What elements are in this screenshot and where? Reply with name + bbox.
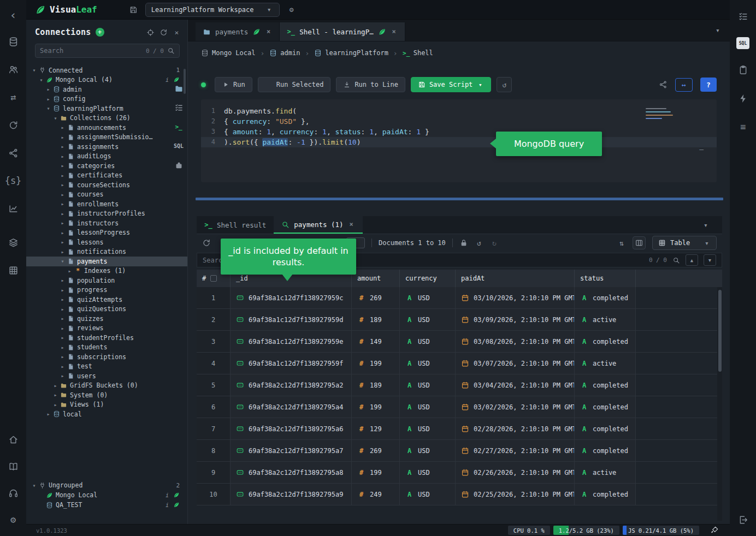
leaf-icon[interactable] bbox=[173, 492, 180, 498]
tree-item-local[interactable]: ▸local bbox=[26, 409, 187, 419]
view-mode-select[interactable]: Table ▾ bbox=[652, 236, 717, 250]
cell-amount[interactable]: #269 bbox=[352, 440, 400, 461]
cell-currency[interactable]: AUSD bbox=[400, 309, 456, 330]
cell-paidAt[interactable]: 03/04/2026, 2:10:10 PM GMT… bbox=[456, 374, 575, 396]
table-row[interactable]: 669af38a2c12d7f13892795a4#199AUSD03/02/2… bbox=[197, 396, 722, 418]
rail-docs-button[interactable] bbox=[5, 458, 21, 474]
tree-item-announcements[interactable]: ▸announcements bbox=[26, 123, 187, 133]
rail-schema-button[interactable] bbox=[5, 145, 21, 160]
cell-currency[interactable]: AUSD bbox=[400, 374, 456, 396]
history-button[interactable]: ↺ bbox=[497, 77, 512, 92]
editor-scrollbar[interactable]: — bbox=[699, 145, 704, 153]
cell-currency[interactable]: AUSD bbox=[400, 418, 456, 439]
results-tab-payments[interactable]: payments (1) × bbox=[274, 216, 362, 234]
tree-item-certificates[interactable]: ▸certificates bbox=[26, 171, 187, 181]
tree-item-learningplatform[interactable]: ▾learningPlatform bbox=[26, 104, 187, 114]
cell-id[interactable]: 69af38a2c12d7f13892795a7 bbox=[231, 440, 352, 461]
cell-amount[interactable]: #199 bbox=[352, 353, 400, 374]
save-script-button[interactable]: Save Script ▾ bbox=[411, 77, 491, 92]
cell-paidAt[interactable]: 03/07/2026, 2:10:10 PM GMT… bbox=[456, 353, 575, 374]
rail-tasks-button[interactable] bbox=[735, 9, 751, 24]
cell-paidAt[interactable]: 03/10/2026, 2:10:10 PM GMT… bbox=[456, 287, 575, 308]
locate-icon[interactable] bbox=[146, 28, 155, 37]
tree-item-gridfs-buckets-0[interactable]: ▸GridFS Buckets (0) bbox=[26, 381, 187, 391]
rail-back-button[interactable]: ‹ bbox=[5, 8, 21, 23]
mini-rail-shell-button[interactable]: >_ bbox=[172, 120, 185, 133]
tree-item-quizquestions[interactable]: ▸quizQuestions bbox=[26, 305, 187, 314]
cell-id[interactable]: 69af38a2c12d7f13892795a4 bbox=[231, 396, 352, 418]
info-icon[interactable]: i bbox=[166, 492, 169, 498]
cell-amount[interactable]: #249 bbox=[352, 484, 400, 505]
cell-amount[interactable]: #269 bbox=[352, 287, 400, 308]
cell-currency[interactable]: AUSD bbox=[400, 484, 456, 505]
tree-item-assignments[interactable]: ▸assignments bbox=[26, 142, 187, 152]
code-line-3[interactable]: 3{ amount: 1, currency: 1, status: 1, pa… bbox=[201, 127, 717, 137]
cell-id[interactable]: 69af38a1c12d7f138927959e bbox=[231, 331, 352, 352]
tab-list-dropdown-icon[interactable]: ▾ bbox=[713, 26, 722, 35]
close-tab-icon[interactable]: × bbox=[348, 221, 355, 228]
rail-clipboard-button[interactable] bbox=[735, 62, 751, 78]
tree-item-notifications[interactable]: ▸notifications bbox=[26, 247, 187, 257]
cell-status[interactable]: Aactive bbox=[575, 462, 636, 483]
cell-status[interactable]: Acompleted bbox=[575, 396, 636, 418]
tree-item-auditlogs[interactable]: ▸auditLogs bbox=[26, 152, 187, 162]
redo-icon[interactable]: ↻ bbox=[490, 239, 499, 247]
tree-item-admin[interactable]: ▸admin bbox=[26, 85, 187, 94]
cell-amount[interactable]: #199 bbox=[352, 396, 400, 418]
help-button[interactable]: ? bbox=[700, 78, 717, 92]
tree-item-ungrouped[interactable]: ▾Ungrouped2 bbox=[26, 480, 187, 490]
cell-id[interactable]: 69af38a1c12d7f138927959f bbox=[231, 353, 352, 374]
rail-import-export-button[interactable]: ⇄ bbox=[5, 90, 21, 105]
rail-scripts-button[interactable]: {s} bbox=[5, 173, 21, 188]
code-line-1[interactable]: 1db.payments.find( bbox=[201, 106, 717, 116]
table-row[interactable]: 269af38a1c12d7f138927959d#189AUSD03/09/2… bbox=[197, 309, 722, 331]
tree-item-assignmentsubmissio[interactable]: ▸assignmentSubmissio… bbox=[26, 133, 187, 142]
columns-button[interactable] bbox=[633, 236, 646, 249]
select-all-checkbox[interactable] bbox=[210, 275, 217, 282]
add-connection-button[interactable]: + bbox=[96, 28, 104, 37]
tree-item-mongo-local[interactable]: Mongo Locali bbox=[26, 490, 187, 500]
cell-paidAt[interactable]: 03/09/2026, 2:10:10 PM GMT… bbox=[456, 309, 575, 330]
rail-sql-button[interactable]: SQL bbox=[736, 37, 749, 49]
cell-paidAt[interactable]: 02/27/2026, 2:10:10 PM GMT… bbox=[456, 440, 575, 461]
cell-currency[interactable]: AUSD bbox=[400, 287, 456, 308]
rail-collections-button[interactable] bbox=[5, 235, 21, 250]
expand-editor-button[interactable]: ↔ bbox=[675, 78, 693, 92]
mini-rail-plugins-button[interactable] bbox=[172, 158, 185, 171]
rail-filters-button[interactable]: ≡ bbox=[735, 119, 751, 134]
tree-item-lessonprogress[interactable]: ▸lessonProgress bbox=[26, 228, 187, 238]
cell-paidAt[interactable]: 02/26/2026, 2:10:10 PM GMT… bbox=[456, 462, 575, 483]
column-header-paidat[interactable]: paidAt bbox=[456, 270, 575, 287]
table-scrollbar[interactable] bbox=[717, 287, 722, 521]
tree-item-lessons[interactable]: ▸lessons bbox=[26, 237, 187, 247]
column-header-amount[interactable]: amount bbox=[352, 270, 400, 287]
cell-currency[interactable]: AUSD bbox=[400, 353, 456, 374]
rail-exit-button[interactable] bbox=[735, 512, 751, 527]
cell-id[interactable]: 69af38a2c12d7f13892795a9 bbox=[231, 484, 352, 505]
table-row[interactable]: 569af38a2c12d7f13892795a2#189AUSD03/04/2… bbox=[197, 374, 722, 396]
cell-amount[interactable]: #129 bbox=[352, 418, 400, 439]
workspace-select[interactable]: LearningPlatform Workspace ▾ bbox=[145, 3, 280, 17]
cell-amount[interactable]: #149 bbox=[352, 331, 400, 352]
tree-item-progress[interactable]: ▸progress bbox=[26, 285, 187, 295]
breadcrumb-mongo-local[interactable]: Mongo Local bbox=[201, 49, 255, 57]
breadcrumb-admin[interactable]: admin bbox=[269, 49, 300, 57]
cell-status[interactable]: Acompleted bbox=[575, 331, 636, 352]
lock-icon[interactable] bbox=[459, 239, 468, 247]
run-to-line-button[interactable]: Run to Line bbox=[336, 77, 405, 92]
tree-item-test[interactable]: ▸test bbox=[26, 362, 187, 372]
info-icon[interactable]: i bbox=[166, 502, 169, 508]
refresh-connections-icon[interactable] bbox=[160, 28, 168, 37]
rail-data-grid-button[interactable] bbox=[5, 263, 21, 278]
mini-rail-sql-editor-button[interactable]: SQL bbox=[172, 139, 185, 152]
tree-item-mongo-local-4[interactable]: ▾Mongo Local (4)i bbox=[26, 75, 187, 85]
save-workspace-icon[interactable] bbox=[129, 5, 138, 14]
tree-item-coursesections[interactable]: ▸courseSections bbox=[26, 180, 187, 190]
rail-users-button[interactable] bbox=[5, 62, 21, 77]
cell-amount[interactable]: #189 bbox=[352, 374, 400, 396]
mini-rail-history-list-button[interactable] bbox=[172, 101, 185, 114]
sort-icon[interactable]: ⇅ bbox=[617, 239, 626, 247]
close-tab-icon[interactable]: × bbox=[391, 28, 398, 35]
breadcrumb-shell[interactable]: >_Shell bbox=[403, 49, 433, 57]
connections-search-input[interactable] bbox=[40, 47, 143, 55]
